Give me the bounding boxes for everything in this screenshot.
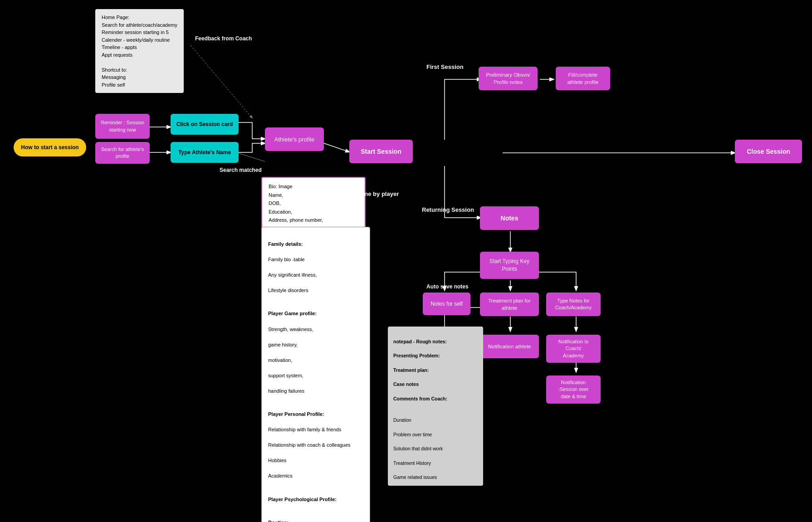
- notes-node[interactable]: Notes: [480, 206, 539, 230]
- first-session-label: First Session: [426, 63, 464, 70]
- flowchart-canvas: Home Page: Search for athlete/coach/acad…: [0, 0, 812, 522]
- how-to-start-node[interactable]: How to start a session: [14, 138, 86, 156]
- notification-session-node[interactable]: Notification :Session over date & time: [546, 376, 601, 404]
- profile-details-content: Family details: Family bio -table Any si…: [268, 233, 363, 522]
- search-athlete-node[interactable]: Search for athlete's profile: [95, 142, 150, 164]
- athletes-profile-node[interactable]: Athlete's profile: [265, 127, 324, 151]
- notepad-box: notepad - Rough notes: Presenting Proble…: [388, 327, 483, 486]
- feedback-from-coach-label: Feedback from Coach: [195, 35, 252, 42]
- done-by-player-label: Done by player: [357, 190, 399, 197]
- home-page-content: Home Page: Search for athlete/coach/acad…: [102, 14, 177, 88]
- prelim-obsv-node[interactable]: Preliminary Obsvn/ Profile notes: [479, 67, 538, 90]
- returning-session-label: Returning Session: [422, 206, 474, 213]
- search-matched-label: Search matched: [220, 167, 262, 173]
- notes-for-self-node[interactable]: Notes for self: [423, 293, 470, 315]
- fill-complete-node[interactable]: Fill/complete athlete profile: [556, 67, 610, 90]
- start-session-node[interactable]: Start Session: [349, 140, 413, 163]
- can-be-edited-label: Can be edited by psychology: [268, 431, 338, 437]
- auto-save-notes-label: Auto save notes: [426, 283, 469, 290]
- svg-line-10: [191, 45, 252, 118]
- notepad-content: notepad - Rough notes: Presenting Proble…: [393, 339, 447, 480]
- svg-line-11: [236, 152, 265, 161]
- type-athlete-name-node[interactable]: Type Athlete's Name: [171, 142, 239, 163]
- treatment-plan-athlete-node[interactable]: Treatment plan for athlete: [480, 293, 539, 316]
- start-typing-node[interactable]: Start Typing Key Points: [480, 252, 539, 279]
- click-session-card-node[interactable]: Click on Session card: [171, 114, 239, 135]
- reminder-session-node[interactable]: Reminder : Session starting now: [95, 114, 150, 139]
- notification-coach-node[interactable]: Notification to Coach/ Academy: [546, 335, 601, 363]
- profile-details-box: Family details: Family bio -table Any si…: [261, 227, 370, 522]
- close-session-node[interactable]: Close Session: [735, 140, 802, 163]
- home-page-box: Home Page: Search for athlete/coach/acad…: [95, 9, 184, 93]
- notification-athlete-node[interactable]: Notification athlete: [480, 335, 539, 358]
- type-notes-coach-node[interactable]: Type Notes for Coach/Academy: [546, 293, 601, 316]
